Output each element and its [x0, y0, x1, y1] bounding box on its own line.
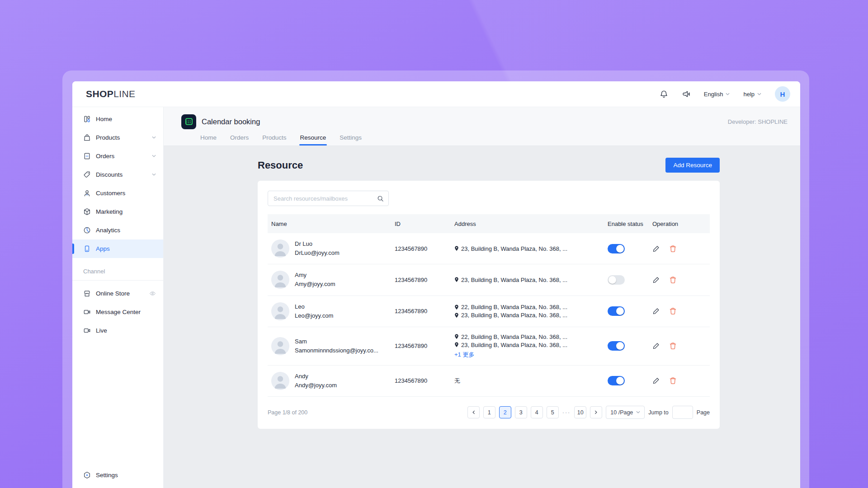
search-box: [268, 191, 389, 206]
sidebar-item-label: Settings: [96, 472, 118, 479]
announcement-icon[interactable]: [682, 90, 690, 99]
sidebar-item-home[interactable]: Home: [72, 110, 163, 128]
column-header-enable-status: Enable status: [608, 221, 652, 227]
app-header: Calendar booking Developer: SHOPLINE Hom…: [164, 107, 800, 146]
page-button-10[interactable]: 10: [574, 406, 586, 418]
logo-light: LINE: [113, 89, 135, 99]
tab-resource[interactable]: Resource: [300, 134, 326, 145]
enable-status-toggle[interactable]: [608, 275, 625, 285]
sidebar-divider: [72, 280, 163, 281]
sidebar-item-label: Discounts: [96, 171, 123, 178]
content-area: Calendar booking Developer: SHOPLINE Hom…: [164, 107, 800, 488]
home-icon: [83, 115, 91, 123]
tab-products[interactable]: Products: [262, 134, 286, 145]
main-sidebar: Home Products Orders Discounts: [72, 107, 164, 488]
tab-settings[interactable]: Settings: [340, 134, 362, 145]
sidebar-item-customers[interactable]: Customers: [72, 184, 163, 202]
shopping-bag-icon: [83, 134, 91, 141]
page-button-4[interactable]: 4: [531, 406, 543, 418]
resource-name: Andy: [295, 372, 337, 381]
sidebar-item-products[interactable]: Products: [72, 128, 163, 147]
location-pin-icon: [454, 277, 459, 282]
previous-page-button[interactable]: [467, 406, 480, 418]
jump-to-label: Jump to: [648, 409, 668, 416]
jump-to-page-input[interactable]: [672, 406, 693, 419]
edit-pencil-icon[interactable]: [652, 377, 660, 385]
next-page-button[interactable]: [590, 406, 602, 418]
sidebar-item-discounts[interactable]: Discounts: [72, 165, 163, 184]
tab-home[interactable]: Home: [200, 134, 217, 145]
delete-trash-icon[interactable]: [669, 276, 677, 284]
resource-card: Name ID Address Enable status Operation …: [258, 181, 720, 429]
address-text: 23, Building B, Wanda Plaza, No. 368, ..…: [461, 245, 567, 252]
resource-email: Leo@joyy.com: [295, 311, 333, 320]
enable-status-toggle[interactable]: [608, 244, 625, 253]
delete-trash-icon[interactable]: [669, 307, 677, 315]
avatar: [271, 337, 289, 355]
sidebar-item-orders[interactable]: Orders: [72, 147, 163, 165]
cube-icon: [83, 208, 91, 216]
column-header-id: ID: [395, 221, 454, 227]
resource-id: 1234567890: [395, 245, 454, 252]
edit-pencil-icon[interactable]: [652, 307, 660, 315]
edit-pencil-icon[interactable]: [652, 276, 660, 284]
video-chat-icon: [83, 308, 91, 316]
column-header-address: Address: [454, 221, 608, 227]
delete-trash-icon[interactable]: [669, 245, 677, 253]
enable-status-toggle[interactable]: [608, 341, 625, 351]
edit-pencil-icon[interactable]: [652, 245, 660, 253]
show-more-addresses-link[interactable]: +1 更多: [454, 351, 608, 359]
enable-status-toggle[interactable]: [608, 376, 625, 385]
table-header-row: Name ID Address Enable status Operation: [268, 214, 710, 233]
page-button-1[interactable]: 1: [483, 406, 495, 418]
address-text: 23, Building B, Wanda Plaza, No. 368, ..…: [461, 312, 567, 319]
eye-icon[interactable]: [149, 290, 156, 297]
chevron-down-icon: [726, 92, 730, 96]
developer-label: Developer: SHOPLINE: [728, 118, 788, 125]
sidebar-item-label: Marketing: [96, 208, 123, 215]
page-button-3[interactable]: 3: [515, 406, 527, 418]
resource-id: 1234567890: [395, 377, 454, 384]
resource-name: Sam: [295, 337, 378, 346]
delete-trash-icon[interactable]: [669, 377, 677, 385]
avatar: [271, 271, 289, 289]
resource-page: Resource Add Resource Name ID Address: [258, 146, 720, 429]
chevron-right-icon: [594, 410, 598, 414]
language-selector[interactable]: English: [704, 91, 730, 98]
resource-email: Samonminnndssiong@joyy.co...: [295, 346, 378, 355]
page-title: Resource: [258, 160, 303, 171]
sidebar-item-settings[interactable]: Settings: [72, 466, 163, 484]
settings-hexagon-icon: [83, 471, 91, 479]
pagination-ellipsis: ···: [562, 409, 571, 416]
sidebar-item-live[interactable]: Live: [72, 321, 163, 340]
resource-email: Andy@joyy.com: [295, 381, 337, 390]
person-silhouette-icon: [271, 239, 289, 258]
tag-icon: [83, 171, 91, 178]
sidebar-item-marketing[interactable]: Marketing: [72, 202, 163, 221]
sidebar-item-label: Online Store: [96, 290, 130, 297]
person-icon: [83, 189, 91, 197]
add-resource-button[interactable]: Add Resource: [665, 158, 720, 173]
per-page-select[interactable]: 10 /Page: [606, 406, 645, 419]
sidebar-item-online-store[interactable]: Online Store: [72, 284, 163, 303]
chevron-left-icon: [472, 410, 476, 414]
tab-orders[interactable]: Orders: [230, 134, 249, 145]
delete-trash-icon[interactable]: [669, 342, 677, 350]
logo-bold: SHOP: [86, 89, 113, 99]
sidebar-item-apps[interactable]: Apps: [72, 239, 163, 258]
page-button-2-active[interactable]: 2: [499, 406, 511, 418]
page-button-5[interactable]: 5: [547, 406, 559, 418]
sidebar-item-analytics[interactable]: Analytics: [72, 221, 163, 239]
app-tabs: Home Orders Products Resource Settings: [200, 134, 788, 145]
calendar-booking-app-icon: [181, 114, 196, 129]
enable-status-toggle[interactable]: [608, 306, 625, 316]
location-pin-icon: [454, 342, 459, 347]
search-input[interactable]: [274, 195, 377, 202]
help-menu[interactable]: help: [743, 91, 761, 98]
user-avatar[interactable]: H: [775, 86, 790, 102]
notification-bell-icon[interactable]: [660, 90, 668, 99]
resource-name: Dr Luo: [295, 239, 340, 249]
edit-pencil-icon[interactable]: [652, 342, 660, 350]
sidebar-item-label: Home: [96, 116, 112, 122]
sidebar-item-message-center[interactable]: Message Center: [72, 303, 163, 321]
